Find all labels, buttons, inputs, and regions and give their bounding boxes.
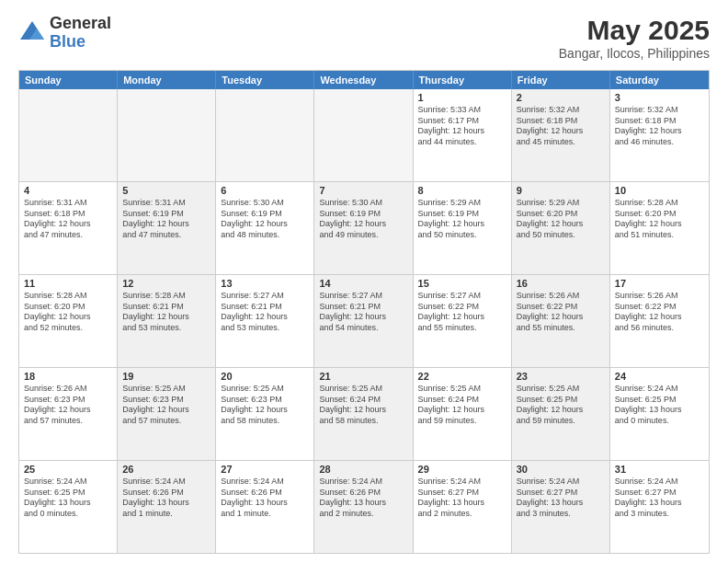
- main-title: May 2025: [559, 15, 710, 46]
- day-number: 25: [24, 464, 112, 475]
- cal-cell-26: 26Sunrise: 5:24 AM Sunset: 6:26 PM Dayli…: [118, 461, 216, 553]
- cal-cell-30: 30Sunrise: 5:24 AM Sunset: 6:27 PM Dayli…: [512, 461, 610, 553]
- day-info: Sunrise: 5:27 AM Sunset: 6:21 PM Dayligh…: [319, 291, 407, 334]
- cal-cell-empty-1: [118, 89, 216, 181]
- calendar-row-4: 25Sunrise: 5:24 AM Sunset: 6:25 PM Dayli…: [19, 460, 709, 553]
- cal-cell-empty-2: [216, 89, 314, 181]
- cal-cell-5: 5Sunrise: 5:31 AM Sunset: 6:19 PM Daylig…: [118, 182, 216, 274]
- logo: General Blue: [18, 15, 111, 52]
- cal-cell-4: 4Sunrise: 5:31 AM Sunset: 6:18 PM Daylig…: [19, 182, 118, 274]
- cal-cell-empty-0: [19, 89, 118, 181]
- day-info: Sunrise: 5:25 AM Sunset: 6:23 PM Dayligh…: [122, 384, 210, 427]
- day-info: Sunrise: 5:25 AM Sunset: 6:24 PM Dayligh…: [418, 384, 506, 427]
- day-info: Sunrise: 5:33 AM Sunset: 6:17 PM Dayligh…: [418, 105, 506, 148]
- cal-cell-29: 29Sunrise: 5:24 AM Sunset: 6:27 PM Dayli…: [414, 461, 512, 553]
- weekday-header-saturday: Saturday: [610, 71, 709, 89]
- cal-cell-17: 17Sunrise: 5:26 AM Sunset: 6:22 PM Dayli…: [610, 275, 709, 367]
- subtitle: Bangar, Ilocos, Philippines: [559, 46, 710, 61]
- day-info: Sunrise: 5:26 AM Sunset: 6:22 PM Dayligh…: [517, 291, 605, 334]
- day-number: 27: [221, 464, 309, 475]
- day-info: Sunrise: 5:28 AM Sunset: 6:21 PM Dayligh…: [122, 291, 210, 334]
- calendar-body: 1Sunrise: 5:33 AM Sunset: 6:17 PM Daylig…: [19, 89, 709, 553]
- day-info: Sunrise: 5:30 AM Sunset: 6:19 PM Dayligh…: [221, 198, 309, 241]
- day-number: 11: [24, 278, 112, 289]
- cal-cell-11: 11Sunrise: 5:28 AM Sunset: 6:20 PM Dayli…: [19, 275, 118, 367]
- cal-cell-10: 10Sunrise: 5:28 AM Sunset: 6:20 PM Dayli…: [610, 182, 709, 274]
- day-number: 1: [418, 92, 506, 103]
- logo-blue-text: Blue: [50, 33, 111, 52]
- header: General Blue May 2025 Bangar, Ilocos, Ph…: [18, 15, 710, 61]
- cal-cell-18: 18Sunrise: 5:26 AM Sunset: 6:23 PM Dayli…: [19, 368, 118, 460]
- cal-cell-23: 23Sunrise: 5:25 AM Sunset: 6:25 PM Dayli…: [512, 368, 610, 460]
- day-info: Sunrise: 5:28 AM Sunset: 6:20 PM Dayligh…: [24, 291, 112, 334]
- weekday-header-friday: Friday: [512, 71, 610, 89]
- cal-cell-27: 27Sunrise: 5:24 AM Sunset: 6:26 PM Dayli…: [216, 461, 314, 553]
- calendar-header: SundayMondayTuesdayWednesdayThursdayFrid…: [19, 71, 709, 89]
- day-number: 2: [517, 92, 605, 103]
- day-info: Sunrise: 5:28 AM Sunset: 6:20 PM Dayligh…: [615, 198, 704, 241]
- day-info: Sunrise: 5:24 AM Sunset: 6:25 PM Dayligh…: [615, 384, 704, 427]
- day-info: Sunrise: 5:32 AM Sunset: 6:18 PM Dayligh…: [615, 105, 704, 148]
- day-info: Sunrise: 5:32 AM Sunset: 6:18 PM Dayligh…: [517, 105, 605, 148]
- day-number: 30: [517, 464, 605, 475]
- cal-cell-19: 19Sunrise: 5:25 AM Sunset: 6:23 PM Dayli…: [118, 368, 216, 460]
- weekday-header-sunday: Sunday: [19, 71, 118, 89]
- day-info: Sunrise: 5:25 AM Sunset: 6:24 PM Dayligh…: [319, 384, 407, 427]
- logo-icon: [18, 19, 46, 47]
- cal-cell-25: 25Sunrise: 5:24 AM Sunset: 6:25 PM Dayli…: [19, 461, 118, 553]
- cal-cell-20: 20Sunrise: 5:25 AM Sunset: 6:23 PM Dayli…: [216, 368, 314, 460]
- weekday-header-wednesday: Wednesday: [314, 71, 413, 89]
- day-info: Sunrise: 5:29 AM Sunset: 6:19 PM Dayligh…: [418, 198, 506, 241]
- cal-cell-12: 12Sunrise: 5:28 AM Sunset: 6:21 PM Dayli…: [118, 275, 216, 367]
- title-block: May 2025 Bangar, Ilocos, Philippines: [559, 15, 710, 61]
- day-number: 20: [221, 371, 309, 382]
- day-number: 5: [122, 185, 210, 196]
- day-number: 15: [418, 278, 506, 289]
- calendar-row-3: 18Sunrise: 5:26 AM Sunset: 6:23 PM Dayli…: [19, 367, 709, 460]
- day-number: 14: [319, 278, 407, 289]
- cal-cell-empty-3: [314, 89, 413, 181]
- page: General Blue May 2025 Bangar, Ilocos, Ph…: [0, 0, 728, 563]
- cal-cell-15: 15Sunrise: 5:27 AM Sunset: 6:22 PM Dayli…: [414, 275, 512, 367]
- day-number: 12: [122, 278, 210, 289]
- cal-cell-31: 31Sunrise: 5:24 AM Sunset: 6:27 PM Dayli…: [610, 461, 709, 553]
- cal-cell-7: 7Sunrise: 5:30 AM Sunset: 6:19 PM Daylig…: [314, 182, 413, 274]
- calendar: SundayMondayTuesdayWednesdayThursdayFrid…: [18, 70, 710, 554]
- cal-cell-28: 28Sunrise: 5:24 AM Sunset: 6:26 PM Dayli…: [314, 461, 413, 553]
- logo-general-text: General: [50, 15, 111, 33]
- day-number: 29: [418, 464, 506, 475]
- day-info: Sunrise: 5:25 AM Sunset: 6:23 PM Dayligh…: [221, 384, 309, 427]
- calendar-row-0: 1Sunrise: 5:33 AM Sunset: 6:17 PM Daylig…: [19, 89, 709, 181]
- day-info: Sunrise: 5:31 AM Sunset: 6:18 PM Dayligh…: [24, 198, 112, 241]
- day-number: 26: [122, 464, 210, 475]
- day-number: 31: [615, 464, 704, 475]
- cal-cell-16: 16Sunrise: 5:26 AM Sunset: 6:22 PM Dayli…: [512, 275, 610, 367]
- day-info: Sunrise: 5:26 AM Sunset: 6:22 PM Dayligh…: [615, 291, 704, 334]
- day-number: 7: [319, 185, 407, 196]
- day-info: Sunrise: 5:24 AM Sunset: 6:26 PM Dayligh…: [221, 477, 309, 520]
- weekday-header-tuesday: Tuesday: [216, 71, 314, 89]
- cal-cell-8: 8Sunrise: 5:29 AM Sunset: 6:19 PM Daylig…: [414, 182, 512, 274]
- day-info: Sunrise: 5:31 AM Sunset: 6:19 PM Dayligh…: [122, 198, 210, 241]
- day-info: Sunrise: 5:27 AM Sunset: 6:22 PM Dayligh…: [418, 291, 506, 334]
- weekday-header-thursday: Thursday: [414, 71, 512, 89]
- day-info: Sunrise: 5:26 AM Sunset: 6:23 PM Dayligh…: [24, 384, 112, 427]
- cal-cell-13: 13Sunrise: 5:27 AM Sunset: 6:21 PM Dayli…: [216, 275, 314, 367]
- day-number: 6: [221, 185, 309, 196]
- cal-cell-9: 9Sunrise: 5:29 AM Sunset: 6:20 PM Daylig…: [512, 182, 610, 274]
- day-number: 19: [122, 371, 210, 382]
- day-number: 18: [24, 371, 112, 382]
- cal-cell-21: 21Sunrise: 5:25 AM Sunset: 6:24 PM Dayli…: [314, 368, 413, 460]
- day-info: Sunrise: 5:24 AM Sunset: 6:25 PM Dayligh…: [24, 477, 112, 520]
- day-number: 23: [517, 371, 605, 382]
- day-info: Sunrise: 5:25 AM Sunset: 6:25 PM Dayligh…: [517, 384, 605, 427]
- day-number: 24: [615, 371, 704, 382]
- day-info: Sunrise: 5:24 AM Sunset: 6:27 PM Dayligh…: [418, 477, 506, 520]
- day-number: 28: [319, 464, 407, 475]
- calendar-row-1: 4Sunrise: 5:31 AM Sunset: 6:18 PM Daylig…: [19, 181, 709, 274]
- cal-cell-24: 24Sunrise: 5:24 AM Sunset: 6:25 PM Dayli…: [610, 368, 709, 460]
- day-info: Sunrise: 5:29 AM Sunset: 6:20 PM Dayligh…: [517, 198, 605, 241]
- cal-cell-22: 22Sunrise: 5:25 AM Sunset: 6:24 PM Dayli…: [414, 368, 512, 460]
- day-number: 9: [517, 185, 605, 196]
- day-number: 10: [615, 185, 704, 196]
